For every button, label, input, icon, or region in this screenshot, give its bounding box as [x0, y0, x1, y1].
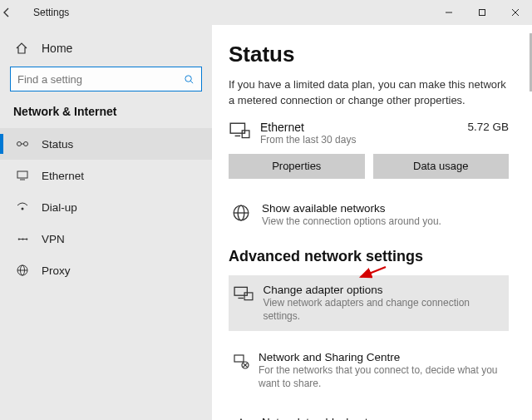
titlebar: Settings: [0, 0, 532, 25]
item-sub: For the networks that you connect to, de…: [259, 363, 505, 390]
nav-list: Status Ethernet Dial-up VPN Proxy: [0, 128, 212, 286]
monitor-icon: [229, 121, 252, 142]
home-icon: [15, 42, 30, 55]
data-usage-button[interactable]: Data usage: [373, 154, 510, 179]
nav-item-ethernet[interactable]: Ethernet: [0, 160, 212, 191]
minimize-button[interactable]: [432, 0, 466, 25]
show-networks-item[interactable]: Show available networks View the connect…: [229, 197, 509, 233]
category-title: Network & Internet: [0, 105, 212, 128]
svg-rect-27: [244, 293, 253, 300]
nav-label: Ethernet: [42, 170, 84, 182]
home-link[interactable]: Home: [0, 37, 212, 67]
svg-rect-21: [242, 131, 249, 138]
nav-item-vpn[interactable]: VPN: [0, 223, 212, 254]
ethernet-subtitle: From the last 30 days: [260, 134, 356, 146]
search-icon: [184, 74, 195, 85]
svg-rect-25: [234, 287, 247, 295]
ethernet-usage-row: Ethernet From the last 30 days 5.72 GB: [229, 121, 509, 146]
nav-label: Dial-up: [42, 201, 77, 214]
item-sub: View network adapters and change connect…: [263, 296, 504, 323]
dialup-icon: [15, 200, 30, 214]
proxy-icon: [15, 264, 30, 277]
nav-label: Proxy: [42, 264, 71, 277]
properties-button[interactable]: Properties: [229, 154, 365, 179]
svg-point-6: [17, 142, 22, 146]
svg-rect-28: [234, 355, 244, 362]
lead-text: If you have a limited data plan, you can…: [229, 77, 509, 109]
sharing-icon: [232, 353, 250, 371]
svg-rect-1: [480, 10, 485, 16]
search-input[interactable]: [10, 67, 202, 91]
ethernet-title: Ethernet: [260, 121, 356, 134]
back-button[interactable]: [0, 6, 28, 19]
search-field[interactable]: [17, 73, 184, 86]
adapter-icon: [234, 285, 254, 302]
warning-icon: [232, 418, 254, 420]
item-title: Network troubleshooter: [262, 416, 421, 420]
nav-item-dialup[interactable]: Dial-up: [0, 191, 212, 223]
nav-item-proxy[interactable]: Proxy: [0, 254, 212, 286]
sidebar: Home Network & Internet Status Et: [0, 25, 212, 420]
ethernet-usage: 5.72 GB: [467, 121, 509, 133]
item-sub: View the connection options around you.: [262, 215, 441, 228]
globe-icon: [232, 204, 254, 222]
scrollbar[interactable]: [527, 25, 532, 420]
content-pane: Status If you have a limited data plan, …: [212, 25, 532, 420]
vpn-icon: [15, 233, 30, 245]
item-title: Show available networks: [262, 202, 441, 215]
status-icon: [15, 137, 30, 151]
nav-label: Status: [42, 138, 73, 151]
maximize-button[interactable]: [466, 0, 499, 25]
svg-rect-9: [17, 171, 27, 178]
svg-point-7: [24, 142, 28, 146]
svg-point-11: [22, 208, 24, 210]
nav-label: VPN: [42, 233, 65, 245]
advanced-heading: Advanced network settings: [229, 248, 509, 265]
item-title: Change adapter options: [263, 284, 504, 296]
window-title: Settings: [33, 7, 432, 18]
item-title: Network and Sharing Centre: [259, 351, 505, 363]
nav-item-status[interactable]: Status: [0, 128, 212, 160]
ethernet-icon: [15, 169, 30, 182]
change-adapter-item[interactable]: Change adapter options View network adap…: [229, 275, 509, 331]
close-button[interactable]: [499, 0, 532, 25]
troubleshooter-item[interactable]: Network troubleshooter Diagnose and fix …: [229, 411, 509, 420]
svg-line-5: [190, 81, 193, 83]
home-label: Home: [42, 42, 72, 55]
svg-point-4: [185, 75, 191, 81]
page-title: Status: [229, 42, 509, 67]
sharing-centre-item[interactable]: Network and Sharing Centre For the netwo…: [229, 346, 509, 395]
